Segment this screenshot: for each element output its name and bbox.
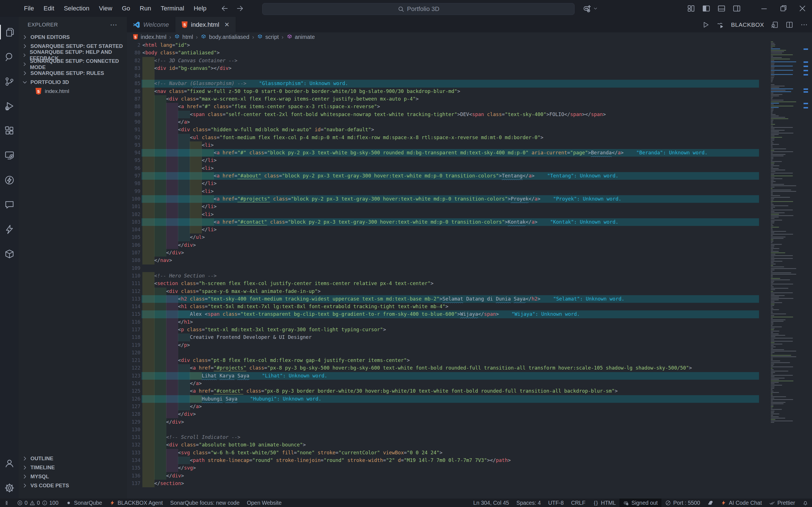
code-line-92[interactable]: 92<ul class="font-medium flex flex-col p…: [127, 134, 812, 142]
code-line-113[interactable]: 113<h2 class="text-sky-400 font-medium t…: [127, 295, 812, 303]
activity-package-icon[interactable]: [0, 244, 18, 264]
status-problems[interactable]: 00100: [13, 499, 62, 507]
toggle-sidebar-icon[interactable]: [702, 4, 711, 13]
code-line-90[interactable]: 90</a>: [127, 118, 812, 126]
more-actions-icon[interactable]: ⋯: [110, 20, 118, 29]
open-search-editor-icon[interactable]: [771, 21, 779, 29]
activity-thunder-client-icon[interactable]: [0, 220, 18, 239]
copilot-icon[interactable]: [582, 4, 592, 13]
code-line-97[interactable]: 97<a href="#about" class="block py-2 px-…: [127, 172, 812, 180]
status-ln-304-col-45[interactable]: Ln 304, Col 45: [470, 499, 513, 507]
code-line-129[interactable]: 129</div>: [127, 418, 812, 426]
status-signed-out[interactable]: Signed out: [619, 499, 661, 507]
code-line-108[interactable]: 108</nav>: [127, 257, 812, 264]
code-line-110[interactable]: 110<!-- Hero Section -->: [127, 272, 812, 280]
status-squirrel-icon[interactable]: [704, 499, 717, 507]
activity-live-server-icon[interactable]: [0, 170, 18, 189]
code-line-109[interactable]: 109: [127, 265, 812, 272]
status-html[interactable]: { }HTML: [589, 499, 619, 507]
restore-icon[interactable]: [779, 4, 788, 13]
minimap[interactable]: [770, 41, 798, 499]
status-prettier[interactable]: Prettier: [765, 499, 799, 507]
tab-index-html[interactable]: index.html✕: [175, 17, 236, 33]
blackbox-label[interactable]: BLACKBOX: [731, 21, 764, 28]
code-line-124[interactable]: 124</a>: [127, 380, 812, 387]
code-line-112[interactable]: 112<div class="space-y-6 max-w-4xl anima…: [127, 288, 812, 295]
code-line-116[interactable]: 116</h1>: [127, 318, 812, 326]
sidebar-section-mysql[interactable]: MYSQL: [18, 472, 127, 481]
menu-view[interactable]: View: [94, 5, 117, 12]
code-line-82[interactable]: 82<!-- 3D Canvas Container -->: [127, 57, 812, 64]
tab-welcome[interactable]: Welcome: [127, 17, 175, 33]
run-icon[interactable]: [702, 21, 710, 29]
status-blackbox-agent[interactable]: BLACKBOX Agent: [106, 499, 166, 507]
code-line-80[interactable]: 80<body class="antialiased">: [127, 49, 812, 57]
code-line-137[interactable]: 137</section>: [127, 480, 812, 487]
sidebar-section-timeline[interactable]: TIMELINE: [18, 463, 127, 472]
code-line-2[interactable]: 2<html lang="id">: [127, 41, 812, 49]
status-sonarqube-focus-new-code[interactable]: SonarQube focus: new code: [166, 499, 243, 507]
close-tab-icon[interactable]: ✕: [224, 21, 230, 29]
sidebar-section-open-editors[interactable]: OPEN EDITORS: [18, 33, 127, 42]
code-line-104[interactable]: 104</li>: [127, 226, 812, 233]
status-sonarqube[interactable]: SonarQube: [62, 499, 106, 507]
code-line-91[interactable]: 91<div class="hidden w-full md:block md:…: [127, 126, 812, 133]
activity-account-icon[interactable]: [0, 453, 18, 473]
menu-file[interactable]: File: [19, 5, 39, 12]
code-line-118[interactable]: 118Creative Frontend Developer & UI Desi…: [127, 334, 812, 341]
code-line-100[interactable]: 100<a href="#projects" class="block py-2…: [127, 195, 812, 203]
breadcrumb-item-script[interactable]: script: [257, 34, 279, 40]
code-line-135[interactable]: 135</svg>: [127, 464, 812, 472]
status-open-website[interactable]: Open Website: [243, 499, 285, 507]
activity-remote-explorer-icon[interactable]: [0, 146, 18, 165]
code-line-127[interactable]: 127</a>: [127, 403, 812, 410]
status-spaces-4[interactable]: Spaces: 4: [513, 499, 545, 507]
sidebar-section-sonarqube-setup-connected-mode[interactable]: SONARQUBE SETUP: CONNECTED MODE: [18, 60, 127, 69]
breadcrumb-item-animate[interactable]: animate: [287, 34, 315, 40]
breadcrumb-item-html[interactable]: html: [174, 34, 193, 40]
code-line-130[interactable]: 130: [127, 426, 812, 434]
toggle-secondary-sidebar-icon[interactable]: [732, 4, 741, 13]
sidebar-section-vs-code-pets[interactable]: VS CODE PETS: [18, 481, 127, 490]
status-remote-icon[interactable]: [0, 499, 13, 507]
sidebar-section-outline[interactable]: OUTLINE: [18, 454, 127, 463]
code-line-120[interactable]: 120: [127, 349, 812, 356]
menu-go[interactable]: Go: [117, 5, 135, 12]
code-line-125[interactable]: 125<a href="#contact" class="px-8 py-3 b…: [127, 387, 812, 395]
activity-source-control-icon[interactable]: [0, 72, 18, 91]
code-line-126[interactable]: 126Hubungi Saya"Hubungi": Unknown word.: [127, 395, 812, 403]
activity-search-icon[interactable]: [0, 47, 18, 66]
status-bell-icon[interactable]: [799, 499, 812, 507]
menu-help[interactable]: Help: [189, 5, 211, 12]
breadcrumb-item-index-html[interactable]: index.html: [133, 34, 166, 40]
forward-icon[interactable]: [236, 4, 244, 12]
status-crlf[interactable]: CRLF: [567, 499, 589, 507]
code-line-107[interactable]: 107</div>: [127, 249, 812, 257]
code-line-128[interactable]: 128</div>: [127, 410, 812, 418]
code-line-84[interactable]: 84: [127, 72, 812, 80]
more-actions-icon[interactable]: [800, 21, 808, 29]
code-line-119[interactable]: 119</p>: [127, 341, 812, 349]
code-line-86[interactable]: 86<nav class="fixed w-full z-50 top-0 st…: [127, 88, 812, 95]
menu-selection[interactable]: Selection: [59, 5, 94, 12]
code-line-114[interactable]: 114<h1 class="text-5xl md:text-7xl lg:te…: [127, 303, 812, 311]
code-line-123[interactable]: 123Lihat Karya Saya"Lihat": Unknown word…: [127, 372, 812, 380]
code-line-96[interactable]: 96<li>: [127, 165, 812, 172]
status-ai-code-chat[interactable]: AI Code Chat: [717, 499, 765, 507]
code-editor[interactable]: 2<html lang="id">80<body class="antialia…: [127, 41, 812, 499]
code-line-89[interactable]: 89<span class="self-center text-2xl font…: [127, 111, 812, 118]
code-line-101[interactable]: 101</li>: [127, 203, 812, 210]
sidebar-section-portfolio-3d[interactable]: PORTFOLIO 3D: [18, 78, 127, 87]
code-line-134[interactable]: 134<path stroke-linecap="round" stroke-l…: [127, 457, 812, 464]
breadcrumb-item-body-antialiased[interactable]: body.antialiased: [200, 34, 249, 40]
code-line-111[interactable]: 111<section class="h-screen flex flex-co…: [127, 280, 812, 287]
minimize-icon[interactable]: [760, 4, 768, 13]
code-line-105[interactable]: 105</ul>: [127, 233, 812, 241]
chevron-down-icon[interactable]: [593, 6, 598, 11]
code-line-106[interactable]: 106</div>: [127, 241, 812, 249]
code-line-115[interactable]: 115Alex <span class="text-transparent bg…: [127, 311, 812, 318]
code-line-103[interactable]: 103<a href="#contact" class="block py-2 …: [127, 218, 812, 226]
code-line-95[interactable]: 95</li>: [127, 157, 812, 164]
run-below-icon[interactable]: [716, 21, 724, 29]
status-utf-8[interactable]: UTF-8: [545, 499, 567, 507]
